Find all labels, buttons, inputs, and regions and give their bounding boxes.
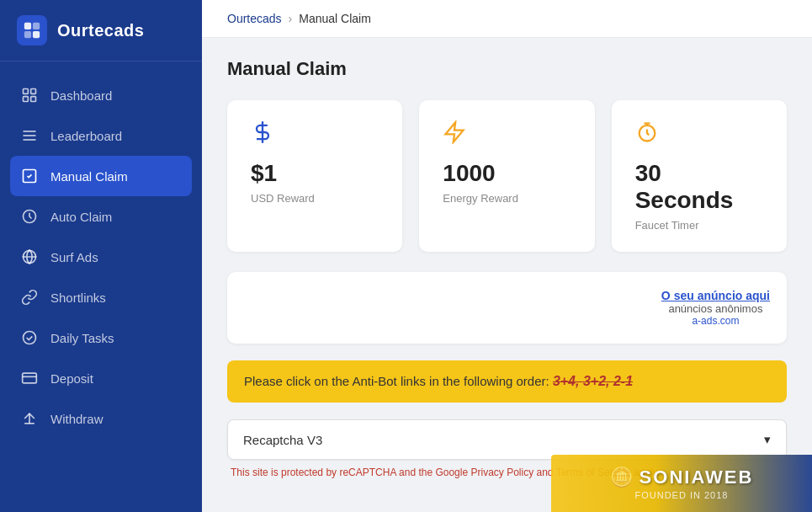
breadcrumb-separator: ›	[289, 12, 293, 25]
sidebar-item-leaderboard[interactable]: Leaderboard	[0, 115, 202, 156]
deposit-icon	[20, 369, 39, 387]
sidebar: Ourtecads Dashboard Lea	[0, 0, 202, 512]
watermark-year: FOUNDED IN 2018	[635, 490, 729, 500]
sidebar-item-label: Withdraw	[50, 412, 103, 426]
svg-rect-0	[24, 23, 31, 29]
antibot-code[interactable]: 3+4, 3+2, 2-1	[553, 374, 633, 388]
cards-row: $1 USD Reward 1000 Energy Reward	[227, 100, 787, 252]
ad-sub-text: anúncios anônimos	[661, 302, 770, 315]
energy-icon	[443, 120, 571, 150]
card-faucet-timer: 30 Seconds Faucet Timer	[612, 100, 787, 252]
svg-rect-15	[23, 373, 37, 383]
card-energy-label: Energy Reward	[443, 192, 571, 205]
card-usd-value: $1	[251, 160, 379, 187]
manual-claim-icon	[20, 167, 39, 185]
sidebar-item-label: Dashboard	[50, 88, 112, 103]
svg-rect-3	[33, 31, 40, 38]
chevron-down-icon: ▾	[764, 432, 771, 447]
dashboard-icon	[20, 86, 39, 104]
surf-ads-icon	[20, 248, 39, 266]
leaderboard-icon	[20, 126, 39, 145]
recaptcha-dropdown[interactable]: Recaptcha V3 ▾	[227, 419, 787, 460]
shortlinks-icon	[20, 288, 39, 307]
watermark: 🪙 SONIAWEB FOUNDED IN 2018	[551, 455, 812, 512]
sidebar-item-label: Leaderboard	[50, 129, 122, 143]
svg-point-14	[24, 332, 36, 344]
sidebar-item-auto-claim[interactable]: Auto Claim	[0, 196, 202, 237]
withdraw-icon	[20, 409, 39, 428]
sidebar-item-manual-claim[interactable]: Manual Claim	[10, 156, 192, 196]
antibot-bar: Please click on the Anti-Bot links in th…	[227, 360, 787, 403]
card-timer-label: Faucet Timer	[635, 219, 763, 232]
logo-icon	[17, 15, 47, 45]
sidebar-item-deposit[interactable]: Deposit	[0, 358, 202, 398]
sidebar-item-shortlinks[interactable]: Shortlinks	[0, 277, 202, 317]
recaptcha-label: Recaptcha V3	[243, 433, 322, 447]
ad-banner: O seu anúncio aqui anúncios anônimos a-a…	[227, 272, 787, 344]
ad-url: a-ads.com	[661, 315, 770, 327]
card-usd-label: USD Reward	[251, 192, 379, 205]
sidebar-item-label: Auto Claim	[50, 210, 112, 224]
usd-icon	[251, 120, 379, 150]
svg-rect-6	[24, 97, 29, 102]
sidebar-logo: Ourtecads	[0, 0, 202, 61]
svg-rect-7	[31, 97, 36, 102]
page-title: Manual Claim	[227, 58, 787, 80]
svg-marker-20	[446, 122, 464, 141]
breadcrumb-parent[interactable]: Ourtecads	[227, 12, 282, 25]
card-usd-reward: $1 USD Reward	[227, 100, 402, 252]
card-energy-reward: 1000 Energy Reward	[419, 100, 594, 252]
sidebar-item-label: Daily Tasks	[50, 331, 114, 345]
sidebar-item-surf-ads[interactable]: Surf Ads	[0, 237, 202, 277]
page-content: Manual Claim $1 USD Reward	[202, 38, 812, 512]
ad-link[interactable]: O seu anúncio aqui	[661, 289, 770, 302]
ad-content: O seu anúncio aqui anúncios anônimos a-a…	[661, 289, 770, 327]
daily-tasks-icon	[20, 328, 39, 347]
sidebar-item-label: Manual Claim	[50, 169, 128, 184]
svg-rect-2	[24, 31, 31, 38]
svg-rect-4	[24, 89, 29, 94]
sidebar-item-label: Surf Ads	[50, 250, 98, 264]
sidebar-nav: Dashboard Leaderboard Manual Claim	[0, 61, 202, 512]
svg-rect-5	[31, 89, 36, 94]
antibot-prefix: Please click on the Anti-Bot links in th…	[244, 374, 549, 388]
sidebar-item-daily-tasks[interactable]: Daily Tasks	[0, 317, 202, 358]
logo-text: Ourtecads	[57, 21, 144, 40]
breadcrumb: Ourtecads › Manual Claim	[202, 0, 812, 38]
sidebar-item-label: Deposit	[50, 371, 93, 386]
page-wrapper: Ourtecads › Manual Claim Manual Claim $1…	[202, 0, 812, 512]
watermark-text: SONIAWEB	[640, 467, 754, 488]
sidebar-item-label: Shortlinks	[50, 291, 106, 305]
card-timer-value: 30 Seconds	[635, 160, 763, 214]
timer-icon	[635, 120, 763, 150]
card-energy-value: 1000	[443, 160, 571, 187]
auto-claim-icon	[20, 207, 39, 226]
svg-rect-1	[33, 23, 40, 29]
sidebar-item-withdraw[interactable]: Withdraw	[0, 398, 202, 439]
breadcrumb-current: Manual Claim	[299, 12, 371, 25]
sidebar-item-dashboard[interactable]: Dashboard	[0, 75, 202, 115]
